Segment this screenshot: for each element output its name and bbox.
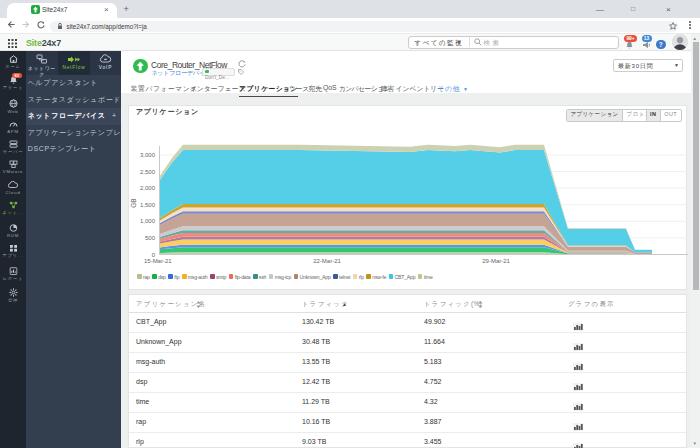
svg-text:500: 500 [145,235,156,241]
svg-text:1,000: 1,000 [140,218,156,224]
svg-text:2,000: 2,000 [140,185,156,191]
svg-text:3,000: 3,000 [140,152,156,158]
svg-text:22-Mar-21: 22-Mar-21 [313,258,341,264]
svg-text:GB: GB [130,198,137,207]
svg-text:2,500: 2,500 [140,169,156,175]
svg-text:15-Mar-21: 15-Mar-21 [144,258,172,264]
svg-text:29-Mar-21: 29-Mar-21 [482,258,510,264]
svg-text:1,500: 1,500 [140,202,156,208]
